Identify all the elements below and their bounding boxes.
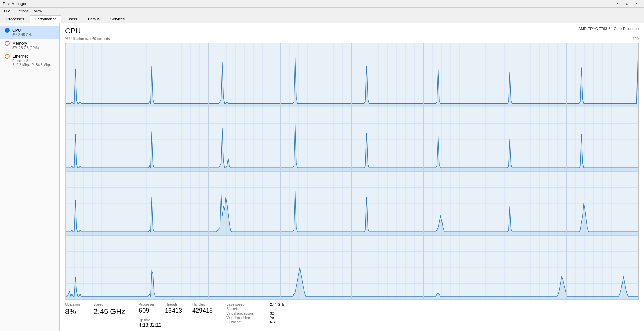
graph-cell-r3c5 <box>352 171 423 235</box>
virtual-processors-value: 32 <box>270 312 274 315</box>
title-bar-text: Task Manager <box>3 2 26 6</box>
ethernet-icon <box>5 54 10 59</box>
graph-cell-r4c7 <box>495 235 567 300</box>
handles-label: Handles <box>192 303 213 306</box>
graph-cell-r4c1 <box>65 235 137 300</box>
base-speed-row: Base speed: 2.44 GHz <box>226 303 284 306</box>
sockets-row: Sockets: 1 <box>226 307 284 311</box>
handles-group: Handles 429418 <box>192 303 213 314</box>
util-label: % Utilization over 60 seconds <box>65 37 110 41</box>
graph-cell-r1c1 <box>65 43 137 107</box>
menu-file[interactable]: File <box>1 8 13 14</box>
detail-col: Base speed: 2.44 GHz Sockets: 1 Virtual … <box>226 303 284 325</box>
processes-label: Processes <box>139 303 155 306</box>
close-button[interactable]: × <box>632 1 641 7</box>
sidebar-cpu-label: CPU <box>12 28 21 33</box>
cpu-icon <box>5 28 10 33</box>
maximize-button[interactable]: □ <box>623 1 632 7</box>
graph-cell-r3c2 <box>137 171 209 235</box>
graph-cell-r1c4 <box>280 43 352 107</box>
tab-performance[interactable]: Performance <box>30 15 61 23</box>
l1-cache-label: L1 cache: <box>226 320 267 324</box>
virtual-machine-label: Virtual machine: <box>226 316 267 320</box>
title-bar: Task Manager − □ × <box>0 0 644 8</box>
menu-view[interactable]: View <box>31 8 45 14</box>
virtual-processors-row: Virtual processors: 32 <box>226 312 284 315</box>
sidebar-item-cpu[interactable]: CPU 8% 2.45 GHz <box>0 26 59 39</box>
sidebar-memory-label: Memory <box>12 41 27 46</box>
virtual-machine-row: Virtual machine: Yes <box>226 316 284 320</box>
max-label: 100 <box>633 37 639 41</box>
l1-cache-row: L1 cache: N/A <box>226 320 284 324</box>
graph-cell-r2c8 <box>567 107 638 171</box>
uptime-value: 4:13:32:12 <box>139 322 213 328</box>
cpu-title: CPU <box>65 27 81 35</box>
sidebar-ethernet-sub1: Ethernet 2 <box>12 59 56 63</box>
handles-value: 429418 <box>192 307 213 314</box>
threads-label: Threads <box>165 303 182 306</box>
graph-cell-r2c7 <box>495 107 567 171</box>
graph-cell-r2c6 <box>423 107 495 171</box>
sidebar-item-cpu-header: CPU <box>5 28 56 33</box>
utilization-group: Utilization 8% <box>65 303 80 316</box>
processes-group: Processes 609 <box>139 303 155 314</box>
svg-marker-347 <box>352 296 423 299</box>
tab-users[interactable]: Users <box>62 15 82 23</box>
graph-cell-r3c7 <box>495 171 567 235</box>
speed-label: Speed <box>93 303 125 306</box>
threads-group: Threads 13413 <box>165 303 182 314</box>
graph-cell-r2c1 <box>65 107 137 171</box>
graph-cell-r3c4 <box>280 171 352 235</box>
base-speed-label: Base speed: <box>226 303 267 306</box>
graph-cell-r3c8 <box>567 171 638 235</box>
sockets-label: Sockets: <box>226 307 267 311</box>
tab-processes[interactable]: Processes <box>1 15 29 23</box>
virtual-machine-value: Yes <box>270 316 275 320</box>
sidebar-ethernet-sub2: S: 9.2 Mbps R: 34.8 Mbps <box>12 63 56 67</box>
graph-cell-r1c7 <box>495 43 567 107</box>
virtual-processors-label: Virtual processors: <box>226 312 267 315</box>
tab-bar: Processes Performance Users Details Serv… <box>0 14 644 23</box>
cpu-model: AMD EPYC 7763 64-Core Processo <box>578 27 639 31</box>
sidebar-ethernet-label: Ethernet <box>12 54 28 59</box>
base-speed-value: 2.44 GHz <box>270 303 284 306</box>
graph-cell-r4c8 <box>567 235 638 300</box>
memory-icon <box>5 41 10 46</box>
sidebar-item-ethernet-header: Ethernet <box>5 54 56 59</box>
cpu-graphs-grid <box>65 43 639 300</box>
menu-bar: File Options View <box>0 8 644 14</box>
minimize-button[interactable]: − <box>613 1 622 7</box>
graph-cell-r4c6 <box>423 235 495 300</box>
graph-cell-r4c5 <box>352 235 423 300</box>
stats-area: Utilization 8% Speed 2.45 GHz Processes … <box>65 303 639 328</box>
graph-cell-r1c6 <box>423 43 495 107</box>
graph-cell-r2c2 <box>137 107 209 171</box>
sidebar-memory-sub: 37/128 GB (29%) <box>12 46 56 50</box>
processes-value: 609 <box>139 307 155 314</box>
menu-options[interactable]: Options <box>13 8 31 14</box>
threads-value: 13413 <box>165 307 182 314</box>
graph-cell-r4c4 <box>280 235 352 300</box>
content-area: CPU AMD EPYC 7763 64-Core Processo % Uti… <box>60 23 644 331</box>
graph-cell-r1c5 <box>352 43 423 107</box>
svg-marker-323 <box>209 296 280 299</box>
graph-cell-r2c5 <box>352 107 423 171</box>
uptime-group: Up time 4:13:32:12 <box>139 318 213 328</box>
tab-services[interactable]: Services <box>105 15 130 23</box>
graph-cell-r4c3 <box>209 235 280 300</box>
title-bar-controls: − □ × <box>613 1 641 7</box>
graph-cell-r3c6 <box>423 171 495 235</box>
sidebar-item-ethernet[interactable]: Ethernet Ethernet 2 S: 9.2 Mbps R: 34.8 … <box>0 52 59 69</box>
uptime-label: Up time <box>139 318 213 322</box>
tab-details[interactable]: Details <box>83 15 105 23</box>
graph-cell-r1c3 <box>209 43 280 107</box>
main-area: CPU 8% 2.45 GHz Memory 37/128 GB (29%) E… <box>0 23 644 331</box>
graph-cell-r2c4 <box>280 107 352 171</box>
graph-cell-r3c3 <box>209 171 280 235</box>
sidebar-item-memory[interactable]: Memory 37/128 GB (29%) <box>0 39 59 52</box>
sockets-value: 1 <box>270 307 272 311</box>
graph-cell-r4c2 <box>137 235 209 300</box>
speed-group: Speed 2.45 GHz <box>93 303 125 316</box>
utilization-label: Utilization <box>65 303 80 306</box>
graph-cell-r1c8 <box>567 43 638 107</box>
